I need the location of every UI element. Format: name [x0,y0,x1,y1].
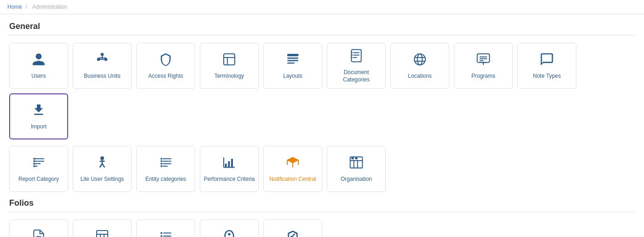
general-divider [9,35,635,35]
svg-point-25 [351,54,353,56]
svg-point-24 [351,52,353,53]
general-tiles-row2: Report Category Lite User Settings Entit… [9,146,635,192]
folio-field-icon [95,229,110,237]
top-bar: Home / Administration [0,0,644,14]
svg-point-43 [34,158,35,160]
svg-rect-16 [287,58,298,59]
tile-document-categories[interactable]: Document Categories [327,43,386,89]
svg-point-44 [34,160,35,162]
performance-icon [222,155,237,172]
svg-rect-12 [224,54,235,65]
tile-users-label: Users [31,73,46,80]
svg-point-59 [161,165,162,167]
document-categories-icon [349,48,364,65]
svg-rect-18 [287,62,295,64]
breadcrumb-home[interactable]: Home [7,4,22,10]
lite-user-icon [95,155,110,172]
svg-point-55 [161,160,162,162]
tile-users[interactable]: Users [9,43,68,89]
tile-locations[interactable]: Locations [390,43,449,89]
organisation-icon [349,155,364,172]
tile-import[interactable]: Import [9,93,68,139]
tile-performance-criteria-label: Performance Criteria [204,176,255,183]
tile-note-types[interactable]: Note Types [517,43,576,89]
breadcrumb-current: Administration [32,4,67,10]
tile-folio-templates[interactable]: Folio Templates [9,220,68,237]
folios-section-title: Folios [9,198,635,208]
svg-point-84 [161,235,162,237]
globe-icon [412,52,427,69]
tile-terminology-label: Terminology [215,73,244,80]
tile-folio-template[interactable]: Folio Template [136,220,195,237]
general-tiles-row1: Users Business Units Access Rights [9,43,635,139]
notification-icon [285,155,300,172]
import-icon [31,103,46,120]
svg-point-48 [100,156,104,160]
tile-entity-categories-label: Entity categories [145,176,186,183]
tile-notification-central[interactable]: Notification Central [263,146,322,192]
note-types-icon [540,52,554,69]
tile-launchpads[interactable]: Launchpads [200,220,259,237]
credential-types-icon [285,229,300,237]
tile-lite-user-settings[interactable]: Lite User Settings [73,146,132,192]
svg-rect-31 [477,54,490,63]
svg-rect-74 [355,157,357,159]
svg-point-37 [544,57,545,58]
breadcrumb: Home / Administration [7,4,637,10]
tile-business-units[interactable]: Business Units [73,43,132,89]
tile-organisation-label: Organisation [341,176,372,183]
svg-point-28 [418,54,423,65]
tile-organisation[interactable]: Organisation [327,146,386,192]
tile-lite-user-settings-label: Lite User Settings [81,176,124,183]
tile-document-categories-label: Document Categories [330,69,383,83]
svg-rect-20 [351,50,361,62]
tile-folio-field[interactable]: Folio Field [73,220,132,237]
svg-rect-63 [225,163,227,167]
shield-icon [158,52,173,69]
tile-locations-label: Locations [408,73,431,80]
tile-access-rights[interactable]: Access Rights [136,43,195,89]
tile-performance-criteria[interactable]: Performance Criteria [200,146,259,192]
tile-report-category[interactable]: Report Category [9,146,68,192]
business-units-icon [95,52,110,69]
svg-point-6 [101,53,104,56]
user-icon [31,52,46,69]
svg-point-38 [546,57,547,58]
entity-categories-icon [158,155,173,172]
tile-terminology[interactable]: Terminology [200,43,259,89]
svg-point-39 [549,57,550,58]
folios-tiles-row: Folio Templates Folio Field Folio Templa… [9,220,635,237]
svg-point-82 [161,232,162,234]
tile-access-rights-label: Access Rights [148,73,183,80]
terminology-icon [222,52,237,69]
main-content: General Users Business Units [0,14,644,237]
tile-layouts[interactable]: Layouts [263,43,322,89]
tile-entity-categories[interactable]: Entity categories [136,146,195,192]
tile-programs-label: Programs [471,73,495,80]
svg-line-52 [102,163,104,167]
tile-business-units-label: Business Units [84,73,120,80]
tile-credential-types[interactable]: Credential Types [263,220,322,237]
svg-point-57 [161,162,162,164]
tile-report-category-label: Report Category [18,176,59,183]
tile-import-label: Import [31,123,46,131]
svg-rect-17 [287,60,298,61]
folios-divider [9,212,635,212]
svg-rect-73 [351,157,354,159]
general-section-title: General [9,22,635,31]
tile-notification-central-label: Notification Central [269,176,316,183]
svg-rect-15 [287,54,298,56]
svg-point-19 [297,54,299,56]
layouts-icon [285,52,300,69]
tile-layouts-label: Layouts [283,73,302,80]
folio-template-icon [158,229,173,237]
svg-point-27 [414,54,425,65]
launchpads-icon [222,229,237,237]
report-category-icon [31,155,46,172]
svg-point-26 [351,57,353,58]
svg-point-53 [161,158,162,160]
tile-programs[interactable]: Programs [454,43,513,89]
programs-icon [476,52,491,69]
svg-point-45 [34,162,35,164]
tile-note-types-label: Note Types [533,73,561,80]
